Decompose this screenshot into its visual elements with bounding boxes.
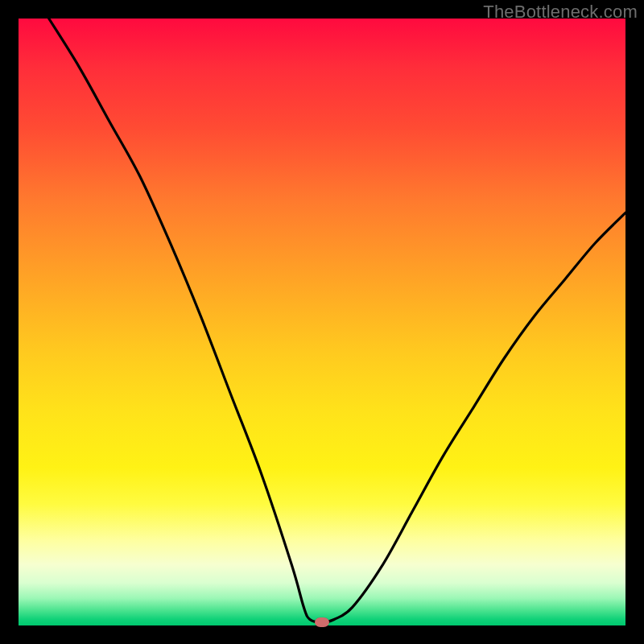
plot-area bbox=[19, 19, 625, 625]
line-series bbox=[19, 19, 625, 625]
chart-frame: TheBottleneck.com bbox=[0, 0, 644, 644]
watermark-text: TheBottleneck.com bbox=[483, 2, 638, 23]
optimum-marker bbox=[315, 617, 329, 627]
